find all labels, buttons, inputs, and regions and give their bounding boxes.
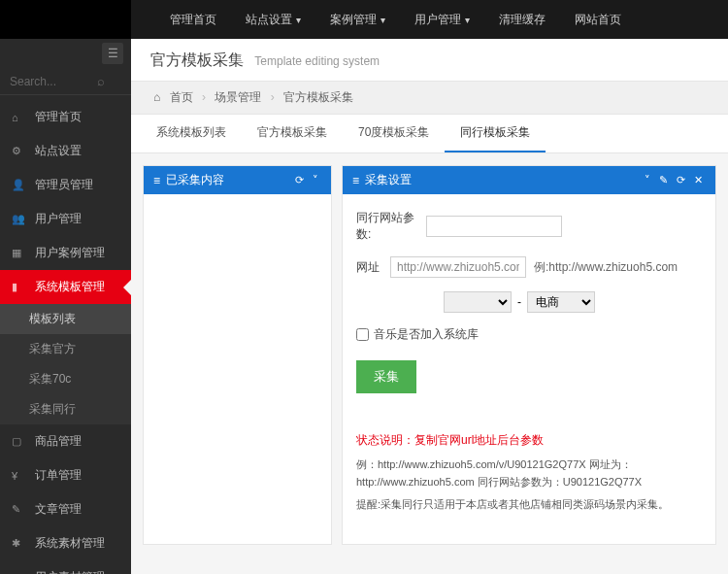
select-row: - 电商 <box>356 291 702 313</box>
param-input[interactable] <box>426 216 562 237</box>
topnav-item-user[interactable]: 用户管理▾ <box>400 0 484 39</box>
sidebar: ☰ ⌕ ⌂管理首页 ⚙站点设置 👤管理员管理 👥用户管理 ▦用户案例管理 ▮系统… <box>0 0 131 574</box>
category2-select[interactable]: 电商 <box>527 291 595 313</box>
sidebar-item-users[interactable]: 👥用户管理 <box>0 202 131 236</box>
sidebar-item-usercase[interactable]: ▦用户案例管理 <box>0 236 131 270</box>
submenu-collect-peer[interactable]: 采集同行 <box>0 394 131 424</box>
collected-panel: ≡ 已采集内容 ⟳ ˅ <box>143 165 332 545</box>
breadcrumb: ⌂ 首页 › 场景管理 › 官方模板采集 <box>131 81 728 115</box>
active-arrow-icon <box>123 280 131 295</box>
tip-text: 提醒:采集同行只适用于本店或者其他店铺相同类源码场景内采集。 <box>356 496 702 514</box>
search-icon[interactable]: ⌕ <box>97 74 105 88</box>
menu-toggle-icon[interactable]: ☰ <box>102 43 123 64</box>
collected-panel-body <box>144 194 331 291</box>
breadcrumb-level1[interactable]: 场景管理 <box>215 90 261 104</box>
page-header: 官方模板采集 Template editing system <box>131 39 728 81</box>
sidebar-item-admin[interactable]: 👤管理员管理 <box>0 168 131 202</box>
topnav-item-case[interactable]: 案例管理▾ <box>315 0 400 39</box>
collected-panel-header: ≡ 已采集内容 ⟳ ˅ <box>144 166 331 194</box>
sidebar-item-sysmaterial[interactable]: ✱系统素材管理 <box>0 526 131 560</box>
sidebar-item-home[interactable]: ⌂管理首页 <box>0 100 131 134</box>
panels-container: ≡ 已采集内容 ⟳ ˅ ≡ 采集设置 ˅ ✎ ⟳ ✕ 同行网站参数: 网址 <box>131 153 728 557</box>
sidebar-item-articles[interactable]: ✎文章管理 <box>0 492 131 526</box>
main-content: 官方模板采集 Template editing system ⌂ 首页 › 场景… <box>131 39 728 557</box>
submenu-template-list[interactable]: 模板列表 <box>0 304 131 334</box>
submenu-collect-70c[interactable]: 采集70c <box>0 364 131 394</box>
sidebar-item-goods[interactable]: ▢商品管理 <box>0 424 131 458</box>
example-text: 例：http://www.zhizuoh5.com/v/U90121G2Q77X… <box>356 456 702 490</box>
home-icon: ⌂ <box>153 90 160 104</box>
param-label: 同行网站参数: <box>356 210 426 243</box>
grid-icon: ▦ <box>12 247 27 259</box>
tab-peer-collect[interactable]: 同行模板采集 <box>445 115 546 152</box>
page-subtitle: Template editing system <box>254 54 380 68</box>
list-icon: ≡ <box>352 174 359 187</box>
panel-tools[interactable]: ⟳ ˅ <box>295 174 321 186</box>
gear-icon: ⚙ <box>12 145 27 157</box>
music-checkbox[interactable] <box>356 328 369 341</box>
sidebar-item-usermaterial[interactable]: ▣用户素材管理 <box>0 560 131 574</box>
sidebar-item-template[interactable]: ▮系统模板管理 <box>0 270 131 304</box>
star-icon: ✱ <box>12 537 27 550</box>
select-separator: - <box>517 295 521 309</box>
collect-button[interactable]: 采集 <box>356 360 416 393</box>
page-title: 官方模板采集 <box>150 51 244 68</box>
sidebar-logo-area <box>0 0 131 39</box>
users-icon: 👥 <box>12 213 27 225</box>
sidebar-item-site[interactable]: ⚙站点设置 <box>0 134 131 168</box>
chevron-down-icon: ▾ <box>296 15 301 25</box>
music-label: 音乐是否加入系统库 <box>374 326 479 343</box>
settings-panel-header: ≡ 采集设置 ˅ ✎ ⟳ ✕ <box>343 166 715 194</box>
url-label: 网址 <box>356 259 390 276</box>
topnav-item-home[interactable]: 管理首页 <box>155 0 231 39</box>
sidebar-submenu: 模板列表 采集官方 采集70c 采集同行 <box>0 304 131 424</box>
url-input[interactable] <box>390 256 526 278</box>
home-icon: ⌂ <box>12 111 27 123</box>
url-hint: 例:http://www.zhizuoh5.com <box>534 259 678 276</box>
chevron-down-icon: ▾ <box>381 15 385 25</box>
search-input[interactable] <box>10 75 97 88</box>
settings-panel-title: 采集设置 <box>365 172 412 188</box>
user-icon: 👤 <box>12 179 27 191</box>
settings-panel: ≡ 采集设置 ˅ ✎ ⟳ ✕ 同行网站参数: 网址 例:http://www.z… <box>342 165 716 545</box>
tab-system-template[interactable]: 系统模板列表 <box>141 115 242 152</box>
tab-official-collect[interactable]: 官方模板采集 <box>242 115 343 152</box>
breadcrumb-level2: 官方模板采集 <box>283 90 353 104</box>
status-note: 状态说明：复制官网url地址后台参数 <box>356 432 702 449</box>
breadcrumb-home[interactable]: 首页 <box>170 90 193 104</box>
chevron-down-icon: ▾ <box>465 15 470 25</box>
category1-select[interactable] <box>444 291 512 313</box>
panel-tools[interactable]: ˅ ✎ ⟳ ✕ <box>645 174 706 186</box>
box-icon: ▢ <box>12 435 27 448</box>
music-row: 音乐是否加入系统库 <box>356 326 702 343</box>
tabs: 系统模板列表 官方模板采集 70度模板采集 同行模板采集 <box>131 115 728 153</box>
cart-icon: ¥ <box>12 469 27 482</box>
param-row: 同行网站参数: <box>356 210 702 243</box>
collected-panel-title: 已采集内容 <box>166 172 224 188</box>
tab-70-collect[interactable]: 70度模板采集 <box>343 115 445 152</box>
settings-panel-body: 同行网站参数: 网址 例:http://www.zhizuoh5.com - 电… <box>343 194 715 544</box>
url-row: 网址 例:http://www.zhizuoh5.com <box>356 256 702 278</box>
submenu-collect-official[interactable]: 采集官方 <box>0 334 131 364</box>
topnav-item-cache[interactable]: 清理缓存 <box>484 0 560 39</box>
list-icon: ≡ <box>153 174 160 187</box>
document-icon: ✎ <box>12 503 27 516</box>
topnav-item-website[interactable]: 网站首页 <box>560 0 636 39</box>
sidebar-item-orders[interactable]: ¥订单管理 <box>0 458 131 492</box>
sidebar-menu: ⌂管理首页 ⚙站点设置 👤管理员管理 👥用户管理 ▦用户案例管理 ▮系统模板管理… <box>0 100 131 574</box>
topnav-item-site[interactable]: 站点设置▾ <box>231 0 315 39</box>
sidebar-search: ⌕ <box>0 68 131 95</box>
briefcase-icon: ▮ <box>12 281 27 293</box>
